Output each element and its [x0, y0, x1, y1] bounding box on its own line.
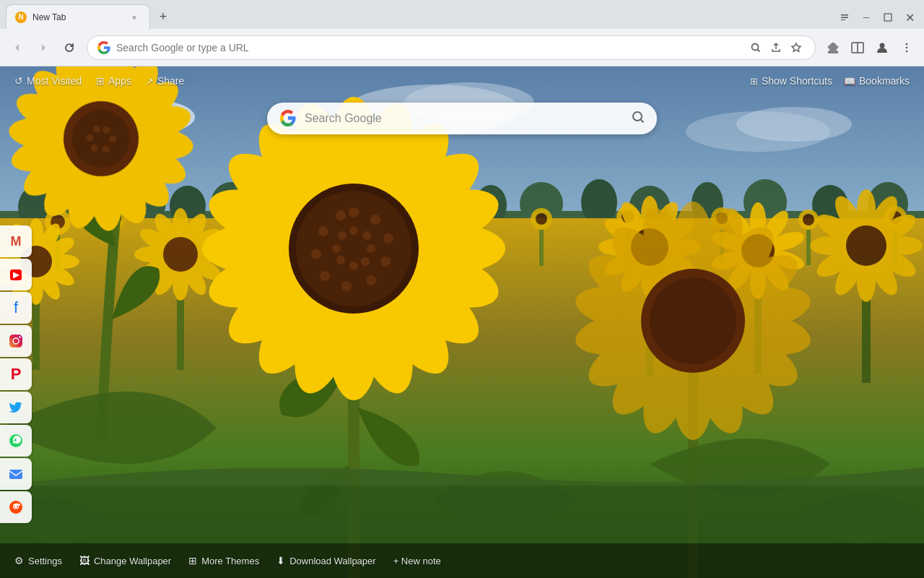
svg-point-62 — [803, 214, 814, 225]
instagram-icon — [8, 333, 24, 349]
new-tab-button[interactable]: + — [153, 7, 173, 27]
svg-point-187 — [366, 275, 376, 285]
new-note-bottom-item[interactable]: + New note — [393, 556, 441, 566]
whatsapp-icon — [8, 433, 24, 449]
split-screen-button[interactable] — [846, 36, 869, 59]
search-submit-icon[interactable] — [631, 110, 645, 127]
svg-point-232 — [17, 506, 18, 507]
forward-button[interactable] — [32, 36, 55, 59]
facebook-icon: f — [14, 298, 18, 317]
svg-point-1 — [752, 43, 759, 50]
tab-close-button[interactable]: × — [128, 11, 141, 24]
tab-bar-left: N New Tab × + — [6, 4, 836, 29]
svg-point-188 — [341, 281, 352, 291]
svg-point-193 — [349, 226, 358, 235]
change-wallpaper-label: Change Wallpaper — [94, 556, 171, 566]
search-input-placeholder: Search Google — [305, 112, 624, 125]
bookmarks-label: Bookmarks — [859, 75, 910, 87]
show-shortcuts-nav[interactable]: ⊞ Show Shortcuts — [750, 75, 832, 87]
svg-point-7 — [906, 50, 908, 52]
bookmarks-nav[interactable]: 📖 Bookmarks — [844, 75, 910, 87]
tab-bar: N New Tab × + ─ ✕ — [0, 0, 924, 29]
svg-point-221 — [650, 277, 736, 364]
reddit-sidebar-item[interactable] — [0, 491, 32, 523]
share-page-icon[interactable] — [767, 39, 785, 56]
reddit-icon — [8, 499, 24, 515]
omnibox[interactable]: Search Google or type a URL — [87, 35, 816, 60]
svg-point-195 — [367, 244, 375, 253]
apps-icon: ⊞ — [96, 75, 105, 87]
svg-point-4 — [880, 43, 885, 48]
svg-point-198 — [336, 256, 345, 264]
share-nav[interactable]: ↗ Share — [146, 75, 184, 87]
tab-bar-right: ─ ✕ — [836, 9, 918, 26]
mail-icon — [8, 466, 24, 482]
apps-nav[interactable]: ⊞ Apps — [96, 75, 131, 87]
search-icon[interactable] — [747, 39, 764, 56]
instagram-sidebar-item[interactable] — [0, 325, 32, 357]
svg-point-186 — [380, 256, 391, 267]
show-shortcuts-label: Show Shortcuts — [762, 75, 832, 87]
gmail-sidebar-item[interactable]: M — [0, 225, 32, 257]
tab-favicon: N — [15, 12, 27, 23]
pinterest-icon: P — [11, 365, 22, 384]
change-wallpaper-bottom-item[interactable]: 🖼 Change Wallpaper — [79, 555, 171, 566]
toolbar: Search Google or type a URL — [0, 29, 924, 66]
mail-sidebar-item[interactable] — [0, 458, 32, 490]
profile-button[interactable] — [871, 36, 894, 59]
svg-point-189 — [320, 271, 330, 281]
refresh-button[interactable] — [58, 36, 81, 59]
svg-point-133 — [846, 225, 886, 266]
svg-point-199 — [332, 244, 341, 253]
settings-icon: ⚙ — [14, 555, 24, 566]
more-themes-label: More Themes — [201, 556, 259, 566]
history-icon: ↺ — [14, 75, 23, 87]
maximize-button[interactable] — [879, 9, 897, 26]
omnibox-text: Search Google or type a URL — [116, 42, 741, 53]
extensions-button[interactable] — [821, 36, 845, 59]
download-wallpaper-label: Download Wallpaper — [289, 556, 375, 566]
pinterest-sidebar-item[interactable]: P — [0, 358, 32, 390]
svg-point-185 — [383, 233, 393, 243]
search-box[interactable]: Search Google — [267, 103, 657, 134]
most-visited-nav[interactable]: ↺ Most Visited — [14, 75, 82, 87]
svg-point-231 — [14, 506, 15, 507]
svg-point-226 — [19, 336, 20, 337]
twitter-sidebar-item[interactable] — [0, 392, 32, 423]
sidebar-icons: M ▶ f — [0, 225, 32, 523]
settings-label: Settings — [28, 556, 62, 566]
more-themes-bottom-item[interactable]: ⊞ More Themes — [188, 555, 259, 566]
settings-bottom-item[interactable]: ⚙ Settings — [14, 555, 62, 566]
menu-button[interactable] — [895, 36, 918, 59]
twitter-icon — [9, 400, 23, 415]
newtab-nav-left: ↺ Most Visited ⊞ Apps ↗ Share — [14, 75, 184, 87]
download-icon: ⬇ — [276, 555, 285, 566]
download-wallpaper-bottom-item[interactable]: ⬇ Download Wallpaper — [276, 555, 375, 566]
svg-point-183 — [349, 207, 359, 217]
tab-title: New Tab — [32, 12, 122, 22]
active-tab[interactable]: N New Tab × — [6, 4, 150, 29]
svg-point-190 — [311, 249, 321, 259]
browser-frame: N New Tab × + ─ ✕ — [0, 0, 924, 578]
shortcuts-icon: ⊞ — [750, 76, 758, 87]
youtube-icon: ▶ — [10, 269, 22, 280]
svg-point-15 — [736, 107, 852, 142]
google-search-icon — [279, 109, 297, 128]
apps-label: Apps — [108, 75, 131, 87]
bookmark-star-icon[interactable] — [788, 39, 805, 56]
google-icon — [97, 41, 110, 54]
facebook-sidebar-item[interactable]: f — [0, 292, 32, 324]
whatsapp-sidebar-item[interactable] — [0, 425, 32, 457]
svg-rect-0 — [884, 14, 892, 21]
close-button[interactable]: ✕ — [901, 9, 918, 26]
svg-point-191 — [318, 226, 328, 236]
youtube-sidebar-item[interactable]: ▶ — [0, 259, 32, 290]
wallpaper-icon: 🖼 — [79, 555, 90, 566]
minimize-button[interactable]: ─ — [858, 9, 875, 26]
background-image — [0, 66, 924, 578]
svg-point-194 — [362, 231, 371, 240]
tab-list-button[interactable] — [836, 9, 853, 26]
back-button[interactable] — [6, 36, 29, 59]
svg-point-53 — [536, 213, 547, 225]
page-content: ↺ Most Visited ⊞ Apps ↗ Share ⊞ Show Sho… — [0, 66, 924, 578]
